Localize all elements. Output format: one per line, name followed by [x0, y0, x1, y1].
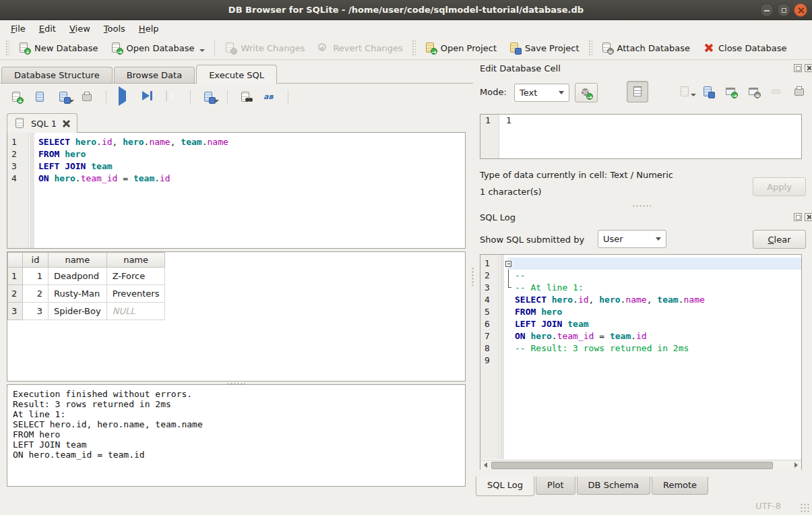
copy-link-button[interactable]: ∞	[745, 83, 763, 100]
row-header[interactable]: 1	[8, 268, 23, 285]
close-panel-icon[interactable]	[805, 64, 812, 72]
set-null-button[interactable]	[768, 83, 786, 100]
cell-editor[interactable]: 1 1	[480, 114, 802, 159]
close-log-panel-icon[interactable]	[805, 213, 812, 221]
attach-database-button[interactable]: ∞Attach Database	[595, 38, 696, 57]
save-project-button[interactable]: Save Project	[503, 38, 586, 57]
column-header-id[interactable]: id	[23, 253, 49, 268]
table-cell[interactable]: Spider-Boy	[49, 303, 107, 320]
write-changes-button[interactable]: Write Changes	[218, 38, 311, 57]
table-cell[interactable]: Z-Force	[106, 268, 165, 285]
dropdown-arrow-icon[interactable]	[199, 49, 205, 52]
revert-changes-button[interactable]: Revert Changes	[311, 38, 408, 57]
save-results-button[interactable]	[200, 88, 218, 106]
close-button[interactable]	[794, 3, 807, 17]
text-mode-button[interactable]	[627, 81, 648, 102]
close-tab-icon[interactable]	[61, 119, 70, 128]
float-log-panel-icon[interactable]	[794, 213, 802, 221]
print-cell-button[interactable]	[791, 83, 809, 100]
open-in-window-button[interactable]: →	[722, 83, 740, 100]
auto-apply-button[interactable]: →	[575, 83, 598, 102]
mode-select[interactable]: Text	[514, 84, 569, 102]
row-header[interactable]: 2	[8, 285, 23, 303]
dropdown-arrow-icon[interactable]	[214, 100, 219, 102]
sql-editor[interactable]: 1SELECT hero.id, hero.name, team.name2FR…	[7, 132, 466, 249]
log-horizontal-scrollbar[interactable]	[480, 460, 801, 470]
maximize-button[interactable]	[777, 3, 790, 17]
toolbar-separator	[106, 90, 106, 104]
title-bar[interactable]: DB Browser for SQLite - /home/user/code/…	[0, 0, 812, 20]
cell-editor-content[interactable]: 1	[499, 115, 511, 126]
toolbar-button-label: Write Changes	[241, 43, 305, 53]
dock-tab-sql-log[interactable]: SQL Log	[476, 477, 534, 496]
fold-marker[interactable]	[504, 258, 515, 270]
tab-browse-data[interactable]: Browse Data	[114, 67, 195, 84]
toolbar-button-label: Open Project	[441, 43, 497, 53]
table-cell[interactable]: Rusty-Man	[49, 285, 107, 303]
scroll-right-arrow[interactable]	[791, 460, 801, 470]
execution-status-box: Execution finished without errors. Resul…	[7, 384, 466, 487]
table-cell[interactable]: NULL	[106, 303, 165, 320]
column-header-name[interactable]: name	[106, 253, 165, 268]
word-wrap-button[interactable]	[654, 83, 671, 100]
table-cell[interactable]: 2	[23, 285, 49, 303]
new-sql-tab-button[interactable]: +	[8, 88, 26, 106]
fold-marker	[504, 282, 515, 294]
format-sql-button[interactable]	[298, 88, 315, 106]
menu-view[interactable]: View	[63, 22, 97, 36]
minimize-button[interactable]	[760, 3, 774, 17]
dock-tab-db-schema[interactable]: DB Schema	[577, 477, 650, 495]
sql-file-tab[interactable]: SQL 1	[7, 113, 77, 133]
execute-all-button[interactable]	[116, 88, 133, 106]
tab-execute-sql[interactable]: Execute SQL	[196, 65, 277, 84]
sql-log-filter-select[interactable]: User	[598, 230, 666, 248]
table-cell[interactable]: Preventers	[106, 285, 165, 303]
execute-line-button[interactable]	[139, 88, 157, 106]
tab-database-structure[interactable]: Database Structure	[1, 67, 113, 84]
export-data-button[interactable]	[699, 83, 717, 100]
open-project-button[interactable]: →Open Project	[418, 38, 503, 57]
column-header-name[interactable]: name	[49, 253, 107, 268]
toolbar-drag-handle[interactable]	[588, 40, 592, 56]
open-sql-file-button[interactable]	[32, 88, 49, 106]
menu-edit[interactable]: Edit	[32, 22, 63, 36]
close-database-button[interactable]: Close Database	[696, 38, 793, 57]
find-icon	[240, 91, 252, 103]
panel-splitter[interactable]	[471, 65, 475, 476]
apply-button[interactable]: Apply	[753, 177, 806, 196]
menu-tools[interactable]: Tools	[97, 22, 132, 36]
toolbar-drag-handle[interactable]	[412, 40, 416, 56]
clear-log-button[interactable]: Clear	[753, 230, 806, 249]
code-line: 7ON hero.team_id = team.id	[480, 330, 801, 342]
dropdown-arrow-icon[interactable]	[691, 94, 696, 96]
row-header[interactable]: 3	[8, 303, 23, 320]
menu-file[interactable]: File	[4, 22, 32, 36]
splitter-handle-right[interactable]	[632, 204, 651, 208]
float-panel-icon[interactable]	[794, 64, 802, 72]
import-data-button[interactable]	[677, 83, 694, 100]
save-sql-file-button[interactable]	[55, 88, 73, 106]
scrollbar-thumb[interactable]	[491, 462, 773, 469]
autocomplete-button[interactable]: aʙ	[261, 88, 278, 106]
fold-marker	[504, 318, 515, 330]
dock-tab-remote[interactable]: Remote	[652, 477, 708, 495]
toolbar-separator	[214, 40, 215, 56]
dock-tab-plot[interactable]: Plot	[536, 477, 575, 495]
table-cell[interactable]: 3	[23, 303, 49, 320]
open-database-button[interactable]: →Open Database	[104, 38, 212, 57]
stop-button[interactable]	[163, 88, 181, 106]
table-cell[interactable]: Deadpond	[49, 268, 107, 285]
toolbar-drag-handle[interactable]	[5, 40, 9, 56]
table-cell[interactable]: 1	[23, 268, 49, 285]
open-in-window-icon: →	[725, 86, 737, 98]
scroll-left-arrow[interactable]	[480, 460, 491, 470]
dropdown-arrow-icon[interactable]	[69, 100, 74, 102]
new-database-button[interactable]: +New Database	[12, 38, 104, 57]
find-button[interactable]	[237, 88, 255, 106]
menu-help[interactable]: Help	[132, 22, 166, 36]
resize-grip[interactable]	[800, 503, 809, 512]
print-button[interactable]	[79, 88, 96, 106]
window-controls	[760, 3, 807, 17]
encoding-indicator[interactable]: UTF-8	[755, 501, 781, 511]
toolbar-separator	[288, 90, 288, 104]
